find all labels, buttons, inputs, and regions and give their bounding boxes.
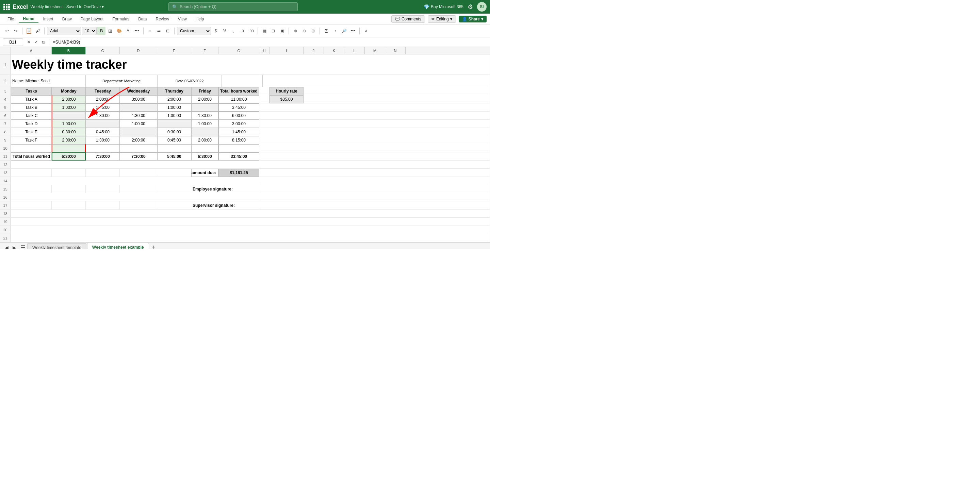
row-num[interactable]: 14: [0, 177, 11, 185]
cell-D10[interactable]: [120, 144, 157, 153]
font-size-select[interactable]: 10: [82, 27, 97, 35]
cell-C7[interactable]: [86, 120, 120, 128]
cell-F13-total-label[interactable]: Total amount due:: [191, 169, 218, 177]
editing-button[interactable]: ✏ Editing ▾: [428, 15, 456, 23]
cell-A2[interactable]: Name: Michael Scott: [11, 75, 86, 87]
cell-F17-sup-sig[interactable]: Supervisor signature:: [191, 201, 259, 210]
cell-C9[interactable]: 1:30:00: [86, 136, 120, 144]
col-header-L[interactable]: L: [344, 47, 365, 54]
col-header-E[interactable]: E: [157, 47, 191, 54]
tab-data[interactable]: Data: [134, 15, 151, 23]
cell-D11[interactable]: 7:30:00: [120, 153, 157, 161]
cell-C8[interactable]: 0:45:00: [86, 128, 120, 136]
row-num[interactable]: 8: [0, 128, 11, 136]
cell-C11[interactable]: 7:30:00: [86, 153, 120, 161]
cell-A5[interactable]: Task B: [11, 103, 52, 111]
row-num[interactable]: 18: [0, 210, 11, 218]
percent-button[interactable]: %: [221, 27, 229, 35]
bold-button[interactable]: B: [97, 27, 105, 35]
row-num[interactable]: 3: [0, 87, 11, 95]
cell-B6[interactable]: [52, 111, 86, 120]
cell-A10[interactable]: [11, 144, 52, 153]
cell-I3-hourlyrate[interactable]: Hourly rate: [269, 87, 304, 95]
cell-A3-tasks[interactable]: Tasks: [11, 87, 52, 95]
cell-F15-emp-sig[interactable]: Employee signature:: [191, 185, 259, 193]
scroll-right-sheet-button[interactable]: ▶: [11, 244, 18, 249]
cell-B8[interactable]: 0:30:00: [52, 128, 86, 136]
cell-E7[interactable]: [157, 120, 191, 128]
tab-home[interactable]: Home: [19, 15, 38, 23]
cell-F10[interactable]: [191, 144, 218, 153]
undo-button[interactable]: ↩: [3, 27, 11, 35]
col-header-M[interactable]: M: [365, 47, 385, 54]
ms365-button[interactable]: 💎 Buy Microsoft 365: [424, 4, 463, 10]
tab-review[interactable]: Review: [151, 15, 173, 23]
cancel-formula-button[interactable]: ✕: [25, 39, 32, 46]
col-header-N[interactable]: N: [385, 47, 406, 54]
cell-F4[interactable]: 2:00:00: [191, 95, 218, 103]
sum-button[interactable]: Σ: [322, 27, 331, 35]
row-num[interactable]: 16: [0, 193, 11, 201]
cell-G6[interactable]: 6:00:00: [218, 111, 259, 120]
merge-button[interactable]: ⊟: [164, 27, 172, 35]
comma-button[interactable]: ,: [229, 27, 237, 35]
col-header-F[interactable]: F: [191, 47, 218, 54]
col-header-I[interactable]: I: [269, 47, 304, 54]
row-num[interactable]: 12: [0, 161, 11, 169]
delete-cells-button[interactable]: ⊖: [300, 27, 308, 35]
cell-G10[interactable]: [218, 144, 259, 153]
scroll-left-sheet-button[interactable]: ◀: [3, 244, 11, 249]
col-header-K[interactable]: K: [324, 47, 344, 54]
cell-G9[interactable]: 8:15:00: [218, 136, 259, 144]
row-num[interactable]: 10: [0, 144, 11, 153]
cell-G4[interactable]: 11:00:00: [218, 95, 259, 103]
sheet-menu-button[interactable]: ☰: [18, 243, 27, 249]
cell-G3-total[interactable]: Total hours worked: [218, 87, 259, 95]
settings-icon[interactable]: ⚙: [468, 3, 473, 11]
col-header-C[interactable]: C: [86, 47, 120, 54]
redo-button[interactable]: ↪: [11, 27, 20, 35]
borders-button[interactable]: ⊞: [106, 27, 115, 35]
tab-insert[interactable]: Insert: [39, 15, 57, 23]
align-button[interactable]: ≡: [146, 27, 154, 35]
cell-A8[interactable]: Task E: [11, 128, 52, 136]
cell-E13[interactable]: [157, 169, 191, 177]
cell-F6[interactable]: 1:30:00: [191, 111, 218, 120]
row-num[interactable]: 7: [0, 120, 11, 128]
cell-A4[interactable]: Task A: [11, 95, 52, 103]
cell-B13[interactable]: [52, 169, 86, 177]
cell-A7[interactable]: Task D: [11, 120, 52, 128]
row-num[interactable]: 5: [0, 103, 11, 111]
tab-page-layout[interactable]: Page Layout: [76, 15, 108, 23]
formula-input[interactable]: [51, 40, 487, 45]
insert-cells-button[interactable]: ⊕: [291, 27, 299, 35]
conditional-format-button[interactable]: ▦: [260, 27, 269, 35]
insert-function-button[interactable]: fx: [40, 39, 47, 46]
row-num[interactable]: 15: [0, 185, 11, 193]
cell-C2[interactable]: Department: Marketing: [86, 75, 157, 87]
row-num[interactable]: 6: [0, 111, 11, 120]
number-format-select[interactable]: Custom General Number Currency: [177, 27, 211, 35]
cell-E4[interactable]: 2:00:00: [157, 95, 191, 103]
row-num[interactable]: 1: [0, 54, 11, 75]
format-cells-button[interactable]: ⊞: [309, 27, 317, 35]
share-button[interactable]: 👤 Share ▾: [459, 16, 487, 22]
row-num[interactable]: 13: [0, 169, 11, 177]
row-num[interactable]: 4: [0, 95, 11, 103]
cell-D4[interactable]: 3:00:00: [120, 95, 157, 103]
row-num[interactable]: 9: [0, 136, 11, 144]
cell-G11[interactable]: 33:45:00: [218, 153, 259, 161]
tab-formulas[interactable]: Formulas: [108, 15, 134, 23]
col-header-A[interactable]: A: [11, 47, 52, 54]
cell-B11-selected[interactable]: 6:30:00: [52, 153, 86, 161]
col-header-G[interactable]: G: [218, 47, 259, 54]
decrease-decimal-button[interactable]: .0: [238, 27, 247, 35]
cell-A12[interactable]: [11, 161, 259, 169]
cell-A9[interactable]: Task F: [11, 136, 52, 144]
cell-I4-hourlyrate-val[interactable]: $35.00: [269, 95, 304, 103]
paste-button[interactable]: 📋: [25, 27, 33, 35]
cell-D7[interactable]: 1:00:00: [120, 120, 157, 128]
cell-C6[interactable]: 1:30:00: [86, 111, 120, 120]
cell-D5[interactable]: [120, 103, 157, 111]
sort-button[interactable]: ↕: [331, 27, 339, 35]
